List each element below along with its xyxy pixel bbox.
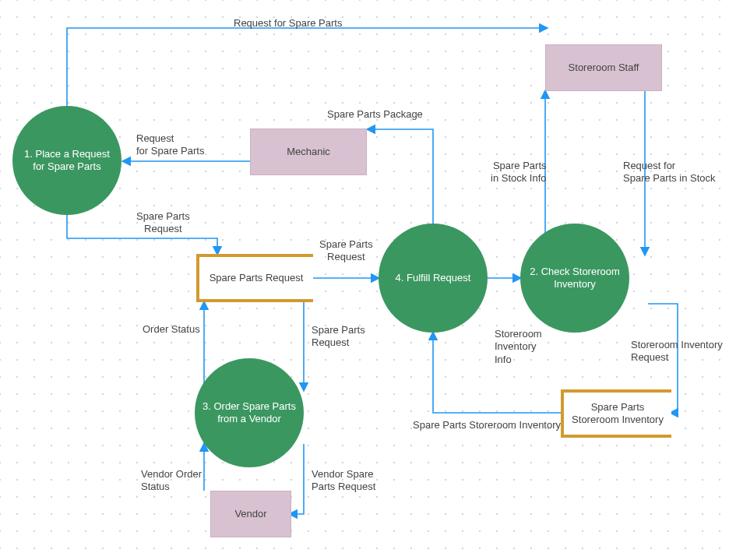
entity-storeroom-staff[interactable]: Storeroom Staff bbox=[545, 44, 662, 91]
edge-label-spare-parts-package: Spare Parts Package bbox=[327, 108, 423, 121]
datastore-label: Spare Parts Request bbox=[210, 272, 304, 284]
entity-label: Storeroom Staff bbox=[569, 62, 639, 74]
edge-label-spare-parts-request-1: Spare Parts Request bbox=[136, 210, 190, 236]
process-place-request[interactable]: 1. Place a Request for Spare Parts bbox=[12, 106, 122, 215]
edge-label-storeroom-inventory-request: Storeroom Inventory Request bbox=[631, 339, 723, 365]
process-label: 2. Check Storeroom Inventory bbox=[526, 266, 623, 291]
process-label: 3. Order Spare Parts from a Vendor bbox=[201, 400, 298, 426]
edge-label-order-status: Order Status bbox=[143, 323, 200, 336]
process-check-inventory[interactable]: 2. Check Storeroom Inventory bbox=[520, 224, 629, 333]
edge-label-request-spare-parts-in-stock: Request for Spare Parts in Stock bbox=[623, 160, 716, 185]
edge-label-vendor-order-status: Vendor Order Status bbox=[141, 468, 202, 494]
datastore-spare-parts-request[interactable]: Spare Parts Request bbox=[196, 254, 313, 302]
diagram-canvas[interactable]: 1. Place a Request for Spare Parts 2. Ch… bbox=[0, 0, 729, 560]
entity-label: Mechanic bbox=[287, 146, 330, 158]
entity-label: Vendor bbox=[234, 508, 266, 520]
edge-label-vendor-spare-parts-request: Vendor Spare Parts Request bbox=[312, 468, 375, 494]
process-order-vendor[interactable]: 3. Order Spare Parts from a Vendor bbox=[195, 358, 304, 467]
datastore-label: Spare Parts Storeroom Inventory bbox=[570, 401, 665, 427]
edge-label-spare-parts-storeroom-inventory: Spare Parts Storeroom Inventory bbox=[413, 419, 561, 431]
edge-label-storeroom-inventory-info: Storeroom Inventory Info bbox=[495, 328, 542, 366]
edge-label-spare-parts-in-stock-info: Spare Parts in Stock Info bbox=[491, 160, 547, 185]
process-fulfill-request[interactable]: 4. Fulfill Request bbox=[379, 224, 488, 333]
process-label: 4. Fulfill Request bbox=[396, 272, 471, 284]
edge-label-request-for-spare-parts-top: Request for Spare Parts bbox=[234, 17, 342, 30]
edge-label-spare-parts-request-3: Spare Parts Request bbox=[312, 324, 365, 350]
datastore-storeroom-inventory[interactable]: Spare Parts Storeroom Inventory bbox=[561, 389, 671, 438]
process-label: 1. Place a Request for Spare Parts bbox=[19, 148, 115, 174]
entity-mechanic[interactable]: Mechanic bbox=[250, 129, 367, 175]
edge-label-request-for-spare-parts-mech: Request for Spare Parts bbox=[136, 132, 204, 158]
entity-vendor[interactable]: Vendor bbox=[210, 491, 291, 537]
edge-label-spare-parts-request-2: Spare Parts Request bbox=[319, 238, 373, 264]
